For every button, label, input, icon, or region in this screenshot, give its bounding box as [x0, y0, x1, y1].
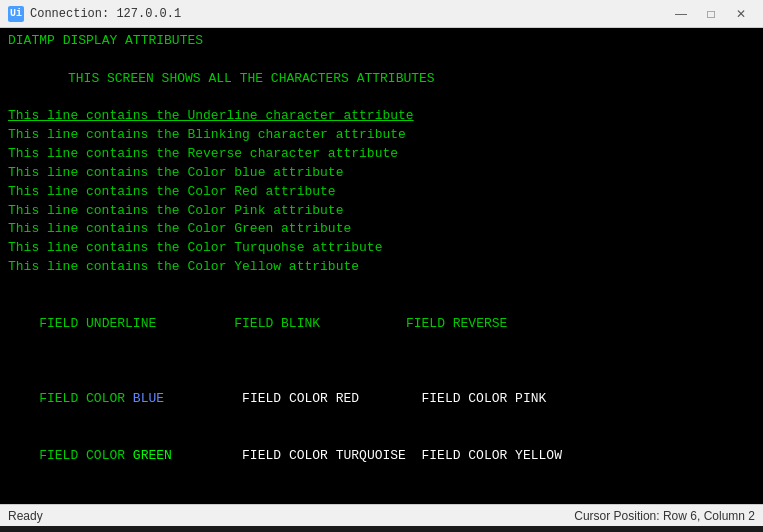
field-blink-header: FIELD BLINK — [156, 316, 320, 331]
bottom-note: YOU CAN EDIT ABOVE FIELDS,AND NOTE THAT … — [8, 503, 755, 504]
field-blue-label: FIELD COLOR — [39, 391, 133, 406]
blank-line-5 — [8, 484, 755, 503]
field-reverse-header: FIELD REVERSE — [320, 316, 507, 331]
header-center: DISPLAY ATTRIBUTES — [55, 33, 203, 48]
line-blink: This line contains the Blinking characte… — [8, 126, 755, 145]
subtitle-text: THIS SCREEN SHOWS ALL THE CHARACTERS ATT… — [68, 71, 435, 86]
maximize-button[interactable]: □ — [697, 4, 725, 24]
close-button[interactable]: ✕ — [727, 4, 755, 24]
field-turquoise-label[interactable]: FIELD COLOR TURQUOISE — [172, 448, 406, 463]
subtitle-line: THIS SCREEN SHOWS ALL THE CHARACTERS ATT… — [8, 70, 755, 89]
line-reverse: This line contains the Reverse character… — [8, 145, 755, 164]
line-blue: This line contains the Color blue attrib… — [8, 164, 755, 183]
field-blue-value[interactable]: BLUE — [133, 391, 164, 406]
line-underline: This line contains the Underline charact… — [8, 107, 755, 126]
line-yellow: This line contains the Color Yellow attr… — [8, 258, 755, 277]
blank-line-1 — [8, 51, 755, 70]
header-left: DIATMP — [8, 33, 55, 48]
field-red-label[interactable]: FIELD COLOR RED — [164, 391, 382, 406]
header-row: DIATMP DISPLAY ATTRIBUTES — [8, 32, 755, 51]
minimize-button[interactable]: — — [667, 4, 695, 24]
field-headers-row: FIELD UNDERLINE FIELD BLINK FIELD REVERS… — [8, 296, 755, 353]
line-red: This line contains the Color Red attribu… — [8, 183, 755, 202]
line-pink: This line contains the Color Pink attrib… — [8, 202, 755, 221]
field-underline-header: FIELD UNDERLINE — [39, 316, 156, 331]
field-color-row2: FIELD COLOR GREEN FIELD COLOR TURQUOISE … — [8, 428, 755, 485]
app-icon: Ui — [8, 6, 24, 22]
field-green-label: FIELD COLOR — [39, 448, 133, 463]
window-title: Connection: 127.0.0.1 — [30, 7, 667, 21]
cursor-position: Cursor Position: Row 6, Column 2 — [574, 509, 755, 523]
field-green-value[interactable]: GREEN — [133, 448, 172, 463]
line-green: This line contains the Color Green attri… — [8, 220, 755, 239]
field-color-row1: FIELD COLOR BLUE FIELD COLOR RED FIELD C… — [8, 371, 755, 428]
line-turquoise: This line contains the Color Turquohse a… — [8, 239, 755, 258]
window-controls: — □ ✕ — [667, 4, 755, 24]
titlebar: Ui Connection: 127.0.0.1 — □ ✕ — [0, 0, 763, 28]
field-pink-label[interactable]: FIELD COLOR PINK — [383, 391, 547, 406]
status-ready: Ready — [8, 509, 574, 523]
statusbar: Ready Cursor Position: Row 6, Column 2 — [0, 504, 763, 526]
terminal-area: DIATMP DISPLAY ATTRIBUTES THIS SCREEN SH… — [0, 28, 763, 504]
field-yellow-label[interactable]: FIELD COLOR YELLOW — [406, 448, 562, 463]
blank-line-2 — [8, 89, 755, 108]
blank-line-3 — [8, 277, 755, 296]
blank-line-4 — [8, 352, 755, 371]
